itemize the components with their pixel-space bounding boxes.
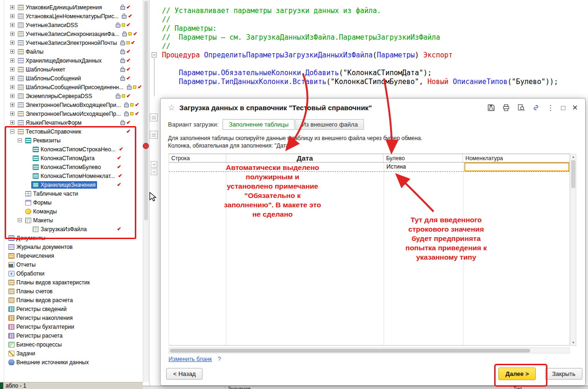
tree-item[interactable]: Команды	[4, 207, 143, 216]
tree-item[interactable]: Формы	[4, 198, 143, 207]
print-icon[interactable]	[502, 104, 510, 112]
expander-icon[interactable]	[10, 23, 14, 27]
tree-item[interactable]: КолонкаСТипомСтрокаНео...✔	[4, 145, 143, 154]
selected-cell[interactable]	[464, 163, 569, 171]
code-line[interactable]: Параметры.ОбязательныеКолонки.Добавить("…	[162, 69, 588, 78]
tree-item[interactable]: КолонкаСТипомБулево✔	[4, 163, 143, 171]
tree-item[interactable]: Табличные части	[4, 189, 143, 198]
column-header-string[interactable]: Строка	[169, 154, 226, 162]
tree-scrollbar[interactable]	[143, 0, 149, 382]
tree-item[interactable]: Перечисления	[4, 251, 143, 260]
tree-item[interactable]: Файлы✔	[4, 47, 143, 56]
expander-icon[interactable]	[10, 5, 14, 9]
code-line[interactable]: // Устанавливает параметры загрузки данн…	[162, 7, 588, 15]
expander-icon[interactable]	[10, 120, 14, 125]
code-line[interactable]: //	[162, 15, 588, 24]
panel-dock-button[interactable]	[151, 161, 157, 168]
tree-item[interactable]: КолонкаСТипомНоменклат...✔	[4, 171, 143, 180]
tree-item[interactable]: УчетныеЗаписиЭлектроннойПочты✔	[4, 38, 143, 47]
tree-item[interactable]: ТестовыйСправочник✔	[4, 127, 143, 136]
expander-icon[interactable]	[10, 41, 14, 45]
expander-icon[interactable]	[10, 129, 14, 134]
next-button[interactable]: Далее >	[498, 368, 536, 380]
scroll-down-icon[interactable]: ▼	[571, 340, 576, 345]
maximize-icon[interactable]: □	[561, 104, 565, 112]
tree-item[interactable]: Регистры сведений	[4, 304, 143, 313]
back-button[interactable]: < Назад	[166, 368, 203, 380]
expander-icon[interactable]	[10, 85, 14, 89]
tree-item[interactable]: Документы	[4, 233, 143, 242]
link-icon[interactable]	[532, 104, 540, 112]
help-link[interactable]: ?	[218, 356, 221, 362]
fold-collapse-icon[interactable]: −	[152, 52, 157, 57]
tree-item[interactable]: Обработки	[4, 269, 143, 278]
tree-item[interactable]: Реквизиты	[4, 136, 143, 145]
expander-icon[interactable]	[10, 103, 14, 107]
tree-item[interactable]: Задачи	[4, 349, 143, 358]
tree-item[interactable]: УпаковкиЕдиницыИзмерения✔	[4, 3, 143, 12]
tree-item[interactable]: ШаблоныАнкет✔	[4, 65, 143, 74]
code-line[interactable]: //	[162, 42, 588, 51]
tree-item[interactable]: Регистры расчета	[4, 331, 143, 340]
column-header-boolean[interactable]: Булево	[384, 154, 463, 162]
edit-form-link[interactable]: Изменить бланк	[168, 356, 212, 362]
tree-item[interactable]: ШаблоныСообщений✔	[4, 74, 143, 83]
tree-item[interactable]: Регистры бухгалтерии	[4, 322, 143, 331]
code-line[interactable]	[162, 60, 588, 69]
preview-icon[interactable]	[517, 104, 525, 112]
expander-icon[interactable]	[10, 76, 14, 80]
close-button[interactable]: Закрыть	[545, 368, 582, 380]
tree-item[interactable]: УчетныеЗаписиDSS✔	[4, 21, 143, 29]
scrollbar-thumb[interactable]	[571, 160, 575, 188]
metadata-tree[interactable]: УпаковкиЕдиницыИзмерения✔УстановкаЦенНом…	[4, 0, 143, 382]
tree-item[interactable]: ЭлектронноеПисьмоИсходящееПр...✔	[4, 109, 143, 118]
expander-icon[interactable]	[10, 112, 14, 116]
tree-item[interactable]: УчетныеЗаписиСинхронизацииФа...✔	[4, 29, 143, 38]
panel-dock-button[interactable]	[150, 113, 158, 121]
tree-item[interactable]: Регистры накопления	[4, 313, 143, 322]
expander-icon[interactable]	[10, 67, 14, 71]
panel-dock-button[interactable]	[150, 131, 158, 139]
code-line[interactable]: −Процедура ОпределитьПараметрыЗагрузкиДа…	[162, 51, 588, 60]
table-vertical-scrollbar[interactable]: ▲ ▼	[570, 154, 576, 346]
tab-fill-table[interactable]: Заполнение таблицы	[223, 119, 294, 130]
tree-item[interactable]: ЭлектронноеПисьмоВходящееПри...✔	[4, 100, 143, 109]
tree-item[interactable]: Внешние источники данных	[4, 358, 143, 367]
expander-icon[interactable]	[18, 218, 22, 222]
tab-external-file[interactable]: Из внешнего файла	[295, 119, 364, 130]
expander-icon[interactable]	[10, 50, 14, 54]
table-horizontal-scrollbar[interactable]	[168, 347, 570, 354]
statusbar-tab-label[interactable]: абло - 1	[6, 382, 26, 389]
tree-item[interactable]: ЗагрузкаИзФайла✔	[4, 225, 143, 233]
scrollbar-thumb[interactable]	[144, 1, 148, 220]
more-icon[interactable]: ⋮	[547, 104, 554, 112]
expander-icon[interactable]	[18, 138, 22, 142]
bool-cell[interactable]: Истина	[386, 163, 406, 170]
column-header-nomenclature[interactable]: Номенклатура	[463, 154, 570, 162]
tree-item[interactable]: ХранилищеДвоичныхДанных✔	[4, 56, 143, 65]
scrollbar-thumb[interactable]	[170, 349, 530, 353]
tree-item[interactable]: ЯзыкиПечатныхФорм✔	[4, 118, 143, 127]
favorite-star-icon[interactable]: ☆	[168, 103, 175, 113]
tree-item[interactable]: Отчеты	[4, 260, 143, 269]
tree-item[interactable]: Бизнес-процессы	[4, 340, 143, 349]
tree-item[interactable]: КолонкаСТипомДата✔	[4, 154, 143, 163]
expander-icon[interactable]	[10, 94, 14, 98]
column-header-date[interactable]: Дата	[226, 154, 384, 162]
tree-item[interactable]: ШаблоныСообщенийПрисоединенн...✔	[4, 83, 143, 92]
tree-item[interactable]: УстановкаЦенНоменклатурыПрис...✔	[4, 12, 143, 21]
close-icon[interactable]: ×	[572, 104, 578, 112]
code-line[interactable]: // Параметры:	[162, 24, 588, 33]
code-line[interactable]: // Параметры – см. ЗагрузкаДанныхИзФайла…	[162, 33, 588, 42]
tree-item[interactable]: Макеты	[4, 216, 143, 225]
tree-item[interactable]: ЭкземплярыСервераDSS✔	[4, 92, 143, 100]
tree-item[interactable]: ХранилищеЗначения✔	[4, 180, 143, 189]
expander-icon[interactable]	[10, 58, 14, 63]
save-icon[interactable]	[487, 104, 495, 112]
expander-icon[interactable]	[10, 32, 14, 36]
panel-dock-button[interactable]	[151, 169, 157, 175]
tree-item[interactable]: Планы видов характеристик	[4, 278, 143, 287]
tree-item[interactable]: Планы видов расчета	[4, 296, 143, 304]
expander-icon[interactable]	[10, 14, 14, 18]
tree-item[interactable]: Планы счетов	[4, 287, 143, 296]
